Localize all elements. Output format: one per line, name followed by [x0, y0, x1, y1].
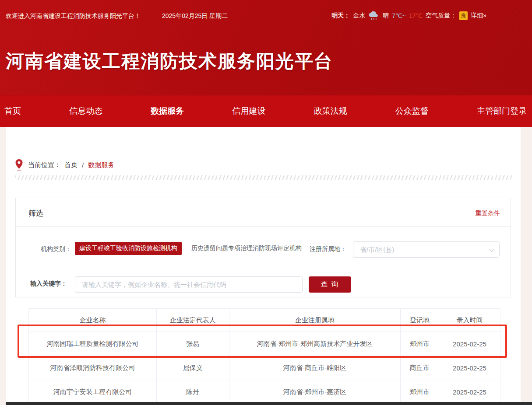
- table-cell: 屈保义: [156, 356, 229, 380]
- column-header: 录入时间: [439, 309, 500, 332]
- breadcrumb: 当前位置： 首页 / 数据服务: [15, 159, 114, 171]
- weather-tomorrow-label: 明天：: [331, 12, 350, 20]
- table-cell: 郑州市: [400, 332, 439, 356]
- table-cell: 河南宇宁安装工程有限公司: [29, 380, 157, 404]
- nav-item-supervision[interactable]: 公众监督: [395, 105, 429, 117]
- table-cell: 2025-02-25: [439, 380, 500, 404]
- search-button[interactable]: 查 询: [309, 276, 351, 293]
- chevron-down-icon: [490, 248, 494, 251]
- column-header: 企业名称: [29, 309, 157, 332]
- topbar: 欢迎进入河南省建设工程消防技术服务阳光平台！ 2025年02月25日 星期二 明…: [0, 11, 532, 21]
- results-table: 企业名称企业法定代表人企业注册属地登记地录入时间 河南固瑞工程质量检测有限公司张…: [28, 308, 500, 404]
- main-nav: 首页信息动态数据服务信用建设政策法规公众监督主管部门登录: [0, 95, 532, 127]
- temp-high: 17℃: [409, 12, 423, 19]
- weather-district: 金水: [353, 12, 365, 20]
- table-cell: 河南省-商丘市-睢阳区: [229, 356, 400, 380]
- slash-divider: [15, 175, 512, 180]
- page-left-margin: [0, 127, 6, 405]
- nav-item-home[interactable]: 首页: [4, 105, 21, 117]
- nav-item-data-service[interactable]: 数据服务: [151, 105, 184, 117]
- table-cell: 张易: [156, 332, 229, 356]
- nav-item-news[interactable]: 信息动态: [69, 105, 102, 117]
- table-cell: 河南省-郑州市-郑州高新技术产业开发区: [229, 332, 400, 356]
- table-cell: 河南省泽顺消防科技有限公司: [29, 356, 157, 380]
- filter-panel: 筛选 重置条件 机构类别： 建设工程竣工验收消防设施检测机构历史遗留问题专项治理…: [15, 198, 511, 297]
- location-pin-icon: [15, 159, 23, 171]
- table-cell: 商丘市: [400, 356, 439, 380]
- page-title: 河南省建设工程消防技术服务阳光平台: [6, 49, 333, 73]
- table-cell: 2025-02-25: [439, 332, 500, 356]
- table-cell: 2025-02-25: [439, 356, 500, 380]
- table-cell: 郑州市: [400, 380, 439, 404]
- region-label: 注册所属地：: [310, 245, 346, 253]
- breadcrumb-separator: /: [82, 161, 84, 169]
- reset-filters-link[interactable]: 重置条件: [476, 209, 500, 217]
- category-options: 建设工程竣工验收消防设施检测机构历史遗留问题专项治理消防现场评定机构: [75, 242, 306, 255]
- air-quality-badge: 良: [459, 11, 468, 20]
- cloud-weather-icon: [368, 11, 380, 20]
- table-body: 河南固瑞工程质量检测有限公司张易河南省-郑州市-郑州高新技术产业开发区郑州市20…: [29, 332, 500, 404]
- column-header: 企业注册属地: [229, 309, 400, 332]
- breadcrumb-label: 当前位置：: [28, 161, 61, 169]
- welcome-text: 欢迎进入河南省建设工程消防技术服务阳光平台！: [6, 12, 141, 20]
- region-select-placeholder: 省/市/区(县): [360, 242, 394, 257]
- air-quality-label: 空气质量：: [426, 12, 456, 20]
- table-head: 企业名称企业法定代表人企业注册属地登记地录入时间: [29, 309, 500, 332]
- nav-item-dept-login[interactable]: 主管部门登录: [477, 105, 527, 117]
- date-text: 2025年02月25日 星期二: [162, 12, 228, 20]
- table-row-highlighted[interactable]: 河南固瑞工程质量检测有限公司张易河南省-郑州市-郑州高新技术产业开发区郑州市20…: [29, 332, 500, 356]
- breadcrumb-current-link[interactable]: 数据服务: [88, 161, 114, 169]
- column-header: 企业法定代表人: [156, 309, 229, 332]
- filter-header: 筛选 重置条件: [16, 198, 511, 227]
- table-cell: 陈丹: [156, 380, 229, 404]
- category-label: 机构类别：: [41, 245, 71, 253]
- column-header: 登记地: [400, 309, 439, 332]
- table-cell: 河南固瑞工程质量检测有限公司: [29, 332, 157, 356]
- category-option-detection-agency[interactable]: 建设工程竣工验收消防设施检测机构: [75, 242, 182, 255]
- weather-condition: 晴: [383, 12, 389, 20]
- keyword-input[interactable]: [75, 276, 303, 293]
- bottom-dark-bar: [6, 402, 532, 405]
- table-row[interactable]: 河南省泽顺消防科技有限公司屈保义河南省-商丘市-睢阳区商丘市2025-02-25: [29, 356, 500, 380]
- breadcrumb-home-link[interactable]: 首页: [64, 161, 78, 169]
- category-option-assessment-agency[interactable]: 历史遗留问题专项治理消防现场评定机构: [187, 242, 306, 255]
- weather-detail-link[interactable]: 详细»: [471, 12, 486, 20]
- keyword-label: 输入关键字：: [30, 280, 67, 288]
- table-header-row: 企业名称企业法定代表人企业注册属地登记地录入时间: [29, 309, 500, 332]
- nav-item-credit[interactable]: 信用建设: [232, 105, 265, 117]
- page-right-margin: [521, 127, 532, 405]
- table-row[interactable]: 河南宇宁安装工程有限公司陈丹河南省-郑州市-惠济区郑州市2025-02-25: [29, 380, 500, 404]
- temp-low: 7℃~: [392, 12, 406, 19]
- weather-widget: 明天： 金水 晴 7℃~ 17℃ 空气质量： 良 详细»: [331, 11, 486, 20]
- nav-item-policy[interactable]: 政策法规: [314, 105, 347, 117]
- table-cell: 河南省-郑州市-惠济区: [229, 380, 400, 404]
- site-header: 欢迎进入河南省建设工程消防技术服务阳光平台！ 2025年02月25日 星期二 明…: [0, 0, 532, 95]
- filter-title: 筛选: [28, 208, 43, 218]
- region-select[interactable]: 省/市/区(县): [353, 241, 500, 258]
